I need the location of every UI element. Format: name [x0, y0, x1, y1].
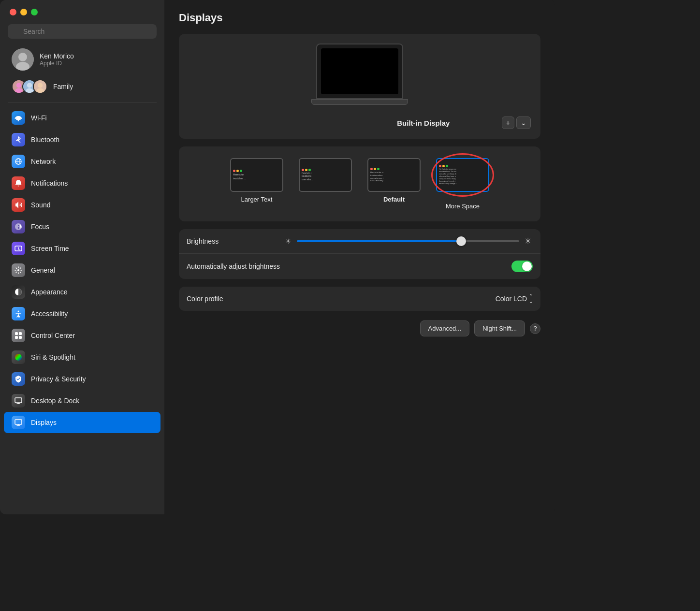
sidebar-item-accessibility[interactable]: Accessibility [4, 303, 160, 324]
resolution-option-larger-text[interactable]: Here's totroublem... Larger Text [226, 154, 287, 214]
notifications-icon [12, 176, 25, 190]
bottom-buttons: Advanced... Night Shift... ? [179, 320, 540, 336]
sidebar-item-appearance[interactable]: Appearance [4, 281, 160, 303]
sidebar-item-wifi[interactable]: Wi-Fi [4, 107, 160, 129]
svg-rect-21 [15, 336, 18, 339]
user-profile[interactable]: Ken Morico Apple ID [4, 44, 160, 74]
screentime-icon [12, 242, 25, 255]
svg-point-1 [18, 53, 27, 61]
svg-point-10 [38, 83, 43, 87]
slider-container: ☀ ☀ [283, 236, 533, 247]
displays-icon [12, 416, 25, 429]
sidebar-item-label-screentime: Screen Time [31, 245, 69, 252]
color-profile-dropdown[interactable]: Color LCD ⌃⌄ [496, 293, 533, 304]
display-name: Built-in Display [345, 119, 502, 127]
page-title: Displays [179, 0, 540, 34]
brightness-section: Brightness ☀ ☀ Automatically adjust brig… [179, 229, 540, 279]
close-button[interactable] [10, 9, 16, 15]
res-label-more-space: More Space [446, 203, 480, 210]
sidebar-item-focus[interactable]: Focus [4, 216, 160, 237]
sidebar-item-siri[interactable]: Siri & Spotlight [4, 347, 160, 368]
sidebar-item-sound[interactable]: Sound [4, 194, 160, 216]
sidebar-item-privacy[interactable]: Privacy & Security [4, 368, 160, 390]
divider-1 [8, 102, 157, 103]
sidebar-item-label-appearance: Appearance [31, 288, 68, 296]
svg-rect-22 [19, 336, 22, 339]
sidebar-item-network[interactable]: Network [4, 151, 160, 172]
color-profile-label: Color profile [187, 295, 496, 303]
siri-icon [12, 350, 25, 364]
traffic-lights [0, 0, 164, 21]
res-label-2 [324, 196, 326, 203]
auto-brightness-label: Automatically adjust brightness [187, 262, 283, 270]
resolution-options: Here's totroublem... Larger Text Here's … [187, 154, 533, 214]
svg-point-16 [17, 269, 19, 271]
res-preview-larger-text: Here's totroublem... [230, 158, 283, 192]
svg-point-18 [18, 311, 19, 312]
minimize-button[interactable] [20, 9, 27, 15]
night-shift-button[interactable]: Night Shift... [474, 320, 525, 336]
sidebar-item-displays[interactable]: Displays [4, 412, 160, 433]
resolution-section: Here's totroublem... Larger Text Here's … [179, 146, 540, 221]
sidebar-item-label-focus: Focus [31, 223, 49, 231]
laptop-body [316, 44, 403, 99]
more-space-ring-wrapper: Here's to the crazy onetroublemakers. Th… [436, 158, 489, 192]
sidebar-item-label-bluetooth: Bluetooth [31, 136, 59, 144]
accessibility-icon [12, 307, 25, 320]
sidebar-item-label-controlcenter: Control Center [31, 332, 75, 339]
res-preview-more-space: Here's to the crazy onetroublemakers. Th… [436, 158, 489, 192]
color-profile-chevron: ⌃⌄ [529, 293, 533, 304]
sidebar-item-controlcenter[interactable]: Control Center [4, 325, 160, 346]
controlcenter-icon [12, 329, 25, 342]
brightness-high-icon: ☀ [523, 236, 533, 247]
svg-rect-20 [19, 332, 22, 335]
sidebar-item-screentime[interactable]: Screen Time [4, 238, 160, 259]
general-icon [12, 263, 25, 277]
sidebar-item-label-privacy: Privacy & Security [31, 375, 86, 383]
sidebar-item-label-wifi: Wi-Fi [31, 114, 47, 122]
brightness-slider[interactable] [297, 240, 519, 242]
laptop-base [311, 99, 408, 105]
advanced-button[interactable]: Advanced... [420, 320, 470, 336]
display-preview-section: Built-in Display + ⌄ [179, 34, 540, 139]
svg-rect-27 [15, 420, 22, 424]
family-item[interactable]: Family [4, 75, 160, 98]
search-input[interactable] [8, 24, 157, 39]
sidebar-item-label-network: Network [31, 158, 56, 165]
dropdown-display-button[interactable]: ⌄ [516, 116, 531, 129]
sidebar-item-desktop[interactable]: Desktop & Dock [4, 390, 160, 411]
focus-icon [12, 220, 25, 233]
laptop-container [311, 44, 408, 105]
main-content: Displays Built-in Display + ⌄ [164, 0, 555, 514]
resolution-option-2[interactable]: Here's to ttroublemaones who... [295, 154, 356, 214]
user-name: Ken Morico [40, 52, 74, 60]
family-label: Family [53, 83, 73, 90]
sidebar-item-general[interactable]: General [4, 260, 160, 281]
svg-rect-19 [15, 332, 18, 335]
auto-brightness-toggle[interactable] [511, 261, 533, 272]
maximize-button[interactable] [31, 9, 38, 15]
res-preview-default: Here's to the crtroublemakers.ones who s… [367, 158, 421, 192]
sidebar-item-label-accessibility: Accessibility [31, 310, 68, 318]
display-controls: + ⌄ [502, 116, 531, 129]
svg-point-7 [27, 83, 32, 87]
sidebar-items-container: Wi-FiBluetoothNetworkNotificationsSoundF… [0, 107, 164, 434]
bluetooth-icon [12, 133, 25, 146]
search-container: 🔍 [0, 21, 164, 44]
toggle-container [283, 261, 533, 272]
family-avatars [12, 79, 47, 94]
resolution-option-more-space[interactable]: Here's to the crazy onetroublemakers. Th… [432, 154, 493, 214]
sidebar: 🔍 Ken Morico Apple ID [0, 0, 164, 514]
sound-icon [12, 198, 25, 212]
sidebar-item-notifications[interactable]: Notifications [4, 173, 160, 194]
family-avatar-3 [33, 79, 47, 94]
add-display-button[interactable]: + [502, 116, 514, 129]
resolution-option-default[interactable]: Here's to the crtroublemakers.ones who s… [364, 154, 424, 214]
sidebar-item-bluetooth[interactable]: Bluetooth [4, 129, 160, 150]
user-info: Ken Morico Apple ID [40, 52, 74, 67]
res-label-default: Default [383, 196, 405, 203]
svg-point-4 [16, 83, 21, 87]
wifi-icon [12, 111, 25, 125]
help-button[interactable]: ? [530, 323, 540, 334]
res-label-larger-text: Larger Text [241, 196, 273, 203]
